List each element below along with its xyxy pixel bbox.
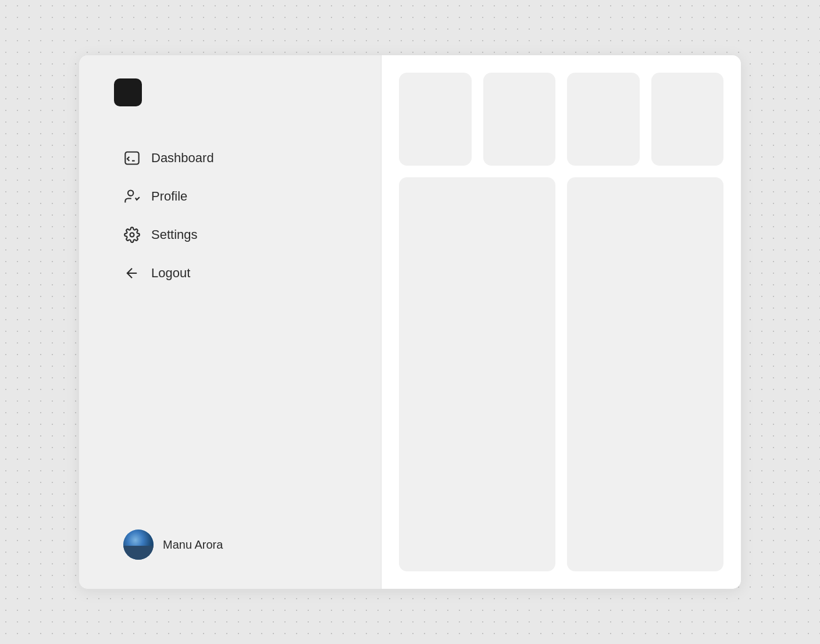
gear-icon: [123, 226, 141, 244]
sidebar-item-label-logout: Logout: [151, 266, 190, 281]
user-footer[interactable]: Manu Arora: [114, 524, 346, 566]
svg-point-2: [128, 191, 133, 196]
card-top-4: [651, 73, 724, 166]
sidebar: Dashboard Profile: [79, 55, 382, 589]
terminal-icon: [123, 149, 141, 167]
main-content: [382, 55, 741, 589]
arrow-left-icon: [123, 264, 141, 282]
sidebar-item-label-profile: Profile: [151, 189, 187, 204]
avatar: [123, 529, 154, 560]
card-bottom-1: [399, 177, 555, 571]
sidebar-item-dashboard[interactable]: Dashboard: [114, 141, 346, 175]
card-top-1: [399, 73, 472, 166]
user-name: Manu Arora: [163, 538, 223, 552]
cards-row-top: [399, 73, 723, 166]
sidebar-item-settings[interactable]: Settings: [114, 218, 346, 252]
sidebar-item-label-dashboard: Dashboard: [151, 151, 214, 166]
card-top-3: [567, 73, 640, 166]
app-logo: [114, 78, 142, 106]
profile-bolt-icon: [123, 188, 141, 205]
sidebar-item-profile[interactable]: Profile: [114, 180, 346, 213]
nav-list: Dashboard Profile: [114, 141, 346, 524]
svg-point-3: [130, 233, 134, 237]
sidebar-item-logout[interactable]: Logout: [114, 256, 346, 290]
sidebar-item-label-settings: Settings: [151, 227, 198, 242]
app-container: Dashboard Profile: [79, 55, 741, 589]
card-bottom-2: [567, 177, 723, 571]
cards-row-bottom: [399, 177, 723, 571]
card-top-2: [483, 73, 556, 166]
